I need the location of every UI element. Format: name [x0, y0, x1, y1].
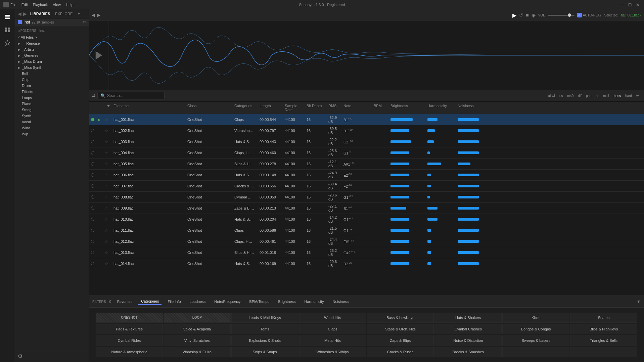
- cat-metal-hits[interactable]: Metal Hits: [299, 335, 366, 346]
- grid-icon-btn[interactable]: [1, 24, 13, 36]
- menu-playback[interactable]: Playback: [33, 3, 48, 7]
- cat-noise[interactable]: Noise & Distortion: [434, 335, 502, 346]
- row-radio[interactable]: [89, 261, 97, 267]
- cat-nature[interactable]: Nature & Atmospheric: [96, 347, 163, 357]
- cat-stabs[interactable]: Stabs & Orch. Hits: [367, 324, 434, 334]
- table-row[interactable]: ☆hat_011.flacOneShotClaps00:00.586441001…: [89, 225, 644, 236]
- row-star-button[interactable]: ☆: [104, 249, 111, 256]
- row-play-button[interactable]: ▶: [97, 117, 104, 123]
- settings-button[interactable]: ⚙: [18, 353, 22, 359]
- row-radio[interactable]: [89, 227, 97, 233]
- cat-bass-lowkeys[interactable]: Bass & LowKeys: [367, 313, 434, 323]
- filter-harmonicity[interactable]: Harmonicity: [302, 299, 326, 305]
- folder-string[interactable]: String: [15, 107, 89, 113]
- tag-ms0[interactable]: ms0: [565, 93, 575, 98]
- row-star-button[interactable]: ☆: [104, 172, 111, 179]
- cat-toms[interactable]: Toms: [231, 324, 298, 334]
- col-rms[interactable]: RMS: [326, 102, 341, 114]
- cat-zaps[interactable]: Zaps & Blips: [367, 335, 434, 346]
- tag-at[interactable]: at: [594, 93, 600, 98]
- row-star-button[interactable]: ☆: [104, 238, 111, 245]
- table-row[interactable]: ☆hat_008.flacOneShotCymbal Crashes, Vibr…: [89, 192, 644, 203]
- folder-chip[interactable]: Chip: [15, 77, 89, 83]
- library-icon-btn[interactable]: [1, 11, 13, 23]
- table-row[interactable]: ▶☆hat_001.flacOneShotClaps00:00.54444100…: [89, 114, 644, 125]
- table-row[interactable]: ☆hat_007.flacOneShotCracks & Rustle00:00…: [89, 181, 644, 192]
- folder-renoise[interactable]: ▶ __Renoise: [15, 40, 89, 46]
- cat-vibraslap[interactable]: Vibraslap & Guiro: [164, 347, 231, 357]
- explore-tab[interactable]: EXPLORE: [53, 11, 74, 16]
- row-star-button[interactable]: ☆: [104, 127, 111, 134]
- cat-snips[interactable]: Snips & Snaps: [231, 347, 298, 357]
- cat-oneshot[interactable]: ONESHOT: [96, 313, 163, 323]
- cat-cymbal-rides[interactable]: Cymbal Rides: [96, 335, 163, 346]
- tag-wt[interactable]: wt: [635, 93, 641, 98]
- row-radio[interactable]: [89, 194, 97, 200]
- table-row[interactable]: ☆hat_014.flacOneShotHats & Shakers00:00.…: [89, 258, 644, 269]
- cat-cymbal-crashes[interactable]: Cymbal Crashes: [434, 324, 502, 334]
- row-radio[interactable]: [89, 139, 97, 145]
- nav-forward-icon[interactable]: ▶: [97, 13, 100, 17]
- col-filename[interactable]: Filename: [111, 102, 168, 114]
- tag-us[interactable]: us: [558, 93, 565, 98]
- row-radio[interactable]: [89, 117, 97, 123]
- folder-piano[interactable]: Piano: [15, 101, 89, 107]
- col-bpm[interactable]: BPM: [371, 102, 388, 114]
- table-row[interactable]: ☆hat_004.flacOneShotClaps, Hats & Shaker…: [89, 147, 644, 159]
- row-radio[interactable]: [89, 250, 97, 256]
- folder-wip[interactable]: Wip: [15, 131, 89, 137]
- cat-bongos[interactable]: Bongos & Congas: [502, 324, 569, 334]
- menu-help[interactable]: Help: [66, 3, 74, 7]
- cat-voice-acapella[interactable]: Voice & Acapella: [164, 324, 231, 334]
- libraries-tab[interactable]: LIBRARIES: [29, 11, 52, 16]
- autoplay-toggle[interactable]: ✓ AUTO-PLAY: [577, 13, 602, 17]
- shuffle-button[interactable]: ⇄: [92, 93, 96, 98]
- nav-forward-button[interactable]: ▶: [23, 11, 27, 16]
- folder-drum[interactable]: Drum: [15, 83, 89, 89]
- row-radio[interactable]: [89, 161, 97, 167]
- filter-noisiness[interactable]: Noisiness: [330, 299, 352, 305]
- maximize-button[interactable]: □: [627, 2, 633, 7]
- col-harmonicity[interactable]: Harmonicity: [425, 102, 455, 114]
- cat-claps[interactable]: Claps: [299, 324, 366, 334]
- menu-file[interactable]: File: [10, 3, 16, 7]
- cat-kicks[interactable]: Kicks: [502, 313, 569, 323]
- table-row[interactable]: ☆hat_005.flacOneShotBlips & HighKeys, Vi…: [89, 159, 644, 170]
- refresh-button[interactable]: ↺: [519, 12, 523, 18]
- folder-loops[interactable]: Loops: [15, 95, 89, 101]
- cat-explosions[interactable]: Explosions & Shots: [231, 335, 298, 346]
- row-radio[interactable]: [89, 150, 97, 156]
- row-star-button[interactable]: ☆: [104, 227, 111, 234]
- tag-dlf[interactable]: dlf: [576, 93, 583, 98]
- cat-breaks[interactable]: Breaks & Smashes: [434, 347, 502, 357]
- row-play-button[interactable]: [97, 174, 104, 176]
- col-note[interactable]: Note: [341, 102, 371, 114]
- col-brightness[interactable]: Brightness: [388, 102, 425, 114]
- row-play-button[interactable]: [97, 163, 104, 165]
- search-input[interactable]: [107, 93, 162, 98]
- cat-leads[interactable]: Leads & MidHiKeys: [231, 313, 298, 323]
- row-play-button[interactable]: [97, 207, 104, 210]
- row-star-button[interactable]: ☆: [104, 205, 111, 212]
- col-noisiness[interactable]: Noisiness: [455, 102, 489, 114]
- row-play-button[interactable]: [97, 196, 104, 198]
- col-bitdepth[interactable]: Bit Depth: [304, 102, 326, 114]
- close-button[interactable]: ✕: [635, 2, 641, 7]
- cat-whooshes[interactable]: Whooshes & Whips: [299, 347, 366, 357]
- row-star-button[interactable]: ☆: [104, 194, 111, 201]
- row-star-button[interactable]: ☆: [104, 183, 111, 190]
- folder-effects[interactable]: Effects: [15, 89, 89, 95]
- folder-misc-drum[interactable]: ▶ _Misc Drum: [15, 58, 89, 64]
- row-radio[interactable]: [89, 172, 97, 178]
- play-button[interactable]: ▶: [512, 12, 516, 18]
- col-categories[interactable]: Categories: [232, 102, 257, 114]
- cat-cracks[interactable]: Cracks & Rustle: [367, 347, 434, 357]
- filter-fileinfo[interactable]: File Info: [165, 299, 183, 305]
- filter-categories[interactable]: Categories: [138, 298, 162, 305]
- row-star-button[interactable]: ☆: [104, 138, 111, 145]
- row-play-button[interactable]: [97, 218, 104, 221]
- col-samplerate[interactable]: Sample Rate: [282, 102, 304, 114]
- favorites-icon-btn[interactable]: [1, 37, 13, 49]
- filter-brightness[interactable]: Brightness: [275, 299, 298, 305]
- table-row[interactable]: ☆hat_009.flacOneShotZaps & Blips, Metal …: [89, 203, 644, 214]
